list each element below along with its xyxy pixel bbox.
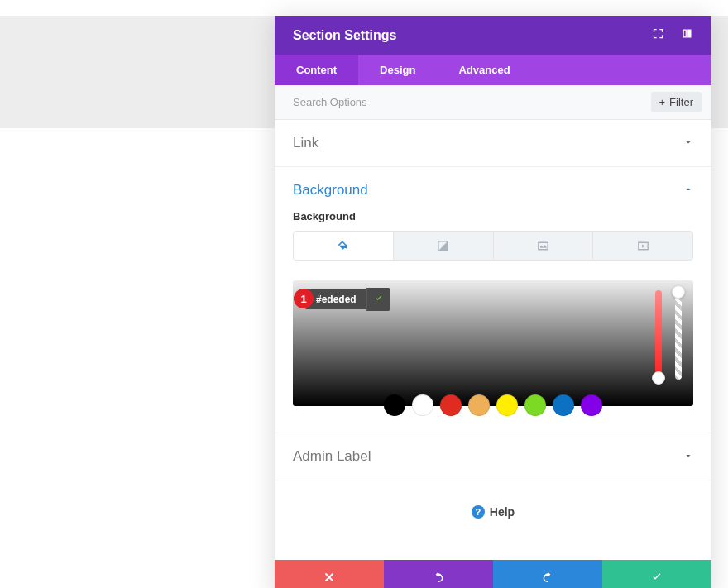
redo-button[interactable] xyxy=(493,560,602,588)
expand-icon[interactable] xyxy=(652,27,664,43)
help-icon: ? xyxy=(472,505,485,519)
background-type-tabs xyxy=(293,231,693,261)
swatch-white[interactable] xyxy=(412,394,433,416)
color-swatches xyxy=(293,394,693,416)
swatch-green[interactable] xyxy=(524,394,546,416)
section-admin-label-label: Admin Label xyxy=(293,448,371,465)
filter-button[interactable]: + Filter xyxy=(651,92,702,112)
modal-footer xyxy=(275,560,711,588)
background-field-label: Background xyxy=(293,210,693,222)
annotation-badge-1: 1 xyxy=(294,289,314,308)
hue-slider-handle[interactable] xyxy=(652,371,665,385)
undo-button[interactable] xyxy=(384,560,493,588)
alpha-slider-handle[interactable] xyxy=(672,285,685,299)
bg-type-color[interactable] xyxy=(294,232,394,260)
snap-icon[interactable] xyxy=(681,27,693,43)
help-label: Help xyxy=(490,505,515,519)
background-content: Background 1 #ededed xyxy=(275,205,711,433)
swatch-black[interactable] xyxy=(384,394,405,416)
hue-slider[interactable] xyxy=(655,290,662,380)
plus-icon: + xyxy=(659,96,666,108)
search-input[interactable] xyxy=(293,96,651,108)
color-picker-canvas[interactable]: 1 #ededed xyxy=(293,280,693,406)
bg-type-video[interactable] xyxy=(593,232,692,260)
hex-value-input[interactable]: #ededed xyxy=(304,289,366,309)
filter-label: Filter xyxy=(669,96,693,108)
modal-title: Section Settings xyxy=(293,28,396,43)
section-background-row[interactable]: Background xyxy=(275,167,711,205)
hex-input-group: 1 #ededed xyxy=(304,289,390,309)
hex-confirm-button[interactable] xyxy=(366,288,390,311)
alpha-slider[interactable] xyxy=(675,290,682,380)
redo-icon xyxy=(541,571,554,587)
section-admin-label-row[interactable]: Admin Label xyxy=(275,433,711,480)
chevron-down-icon xyxy=(683,449,693,464)
tabs-bar: Content Design Advanced xyxy=(275,55,711,85)
save-button[interactable] xyxy=(602,560,711,588)
section-link-label: Link xyxy=(293,135,318,151)
tab-content[interactable]: Content xyxy=(275,55,358,85)
modal-header: Section Settings xyxy=(275,16,711,55)
swatch-purple[interactable] xyxy=(581,394,602,416)
chevron-down-icon xyxy=(683,136,693,151)
check-icon xyxy=(650,571,663,587)
help-row[interactable]: ? Help xyxy=(275,480,711,560)
header-icon-group xyxy=(652,27,693,43)
section-link-row[interactable]: Link xyxy=(275,120,711,167)
tab-advanced[interactable]: Advanced xyxy=(437,55,531,85)
cancel-button[interactable] xyxy=(275,560,384,588)
section-background-label: Background xyxy=(293,182,368,198)
undo-icon xyxy=(432,571,445,587)
swatch-blue[interactable] xyxy=(553,394,574,416)
section-settings-modal: Section Settings Content Design Advanced… xyxy=(275,16,711,588)
swatch-orange[interactable] xyxy=(468,394,490,416)
swatch-red[interactable] xyxy=(440,394,462,416)
close-icon xyxy=(323,571,336,587)
search-row: + Filter xyxy=(275,85,711,120)
swatch-yellow[interactable] xyxy=(496,394,518,416)
bg-type-gradient[interactable] xyxy=(394,232,494,260)
check-icon xyxy=(374,292,384,307)
bg-type-image[interactable] xyxy=(494,232,594,260)
chevron-up-icon xyxy=(683,183,693,198)
tab-design[interactable]: Design xyxy=(358,55,437,85)
